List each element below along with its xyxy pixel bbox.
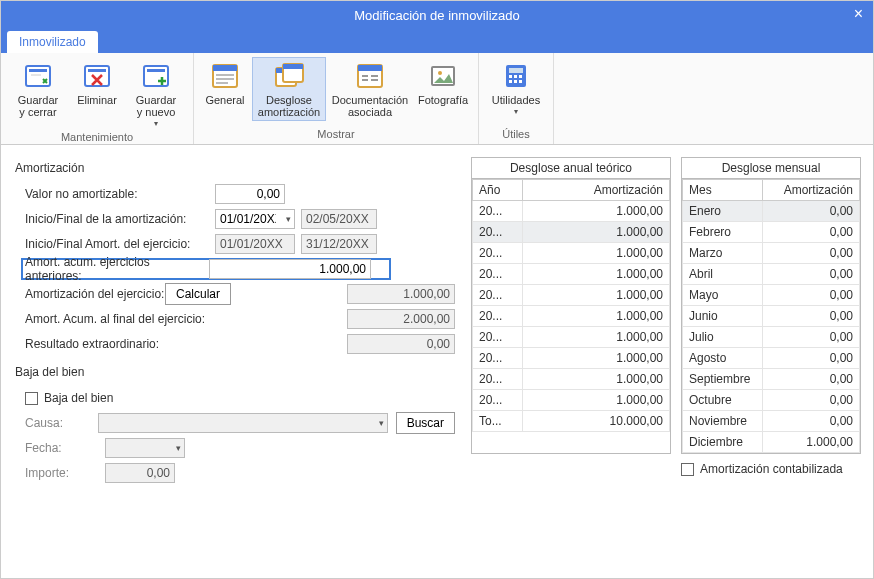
- table-row[interactable]: 20...1.000,00: [473, 201, 670, 222]
- acum-anteriores-input[interactable]: [209, 259, 371, 279]
- doc-icon: [354, 60, 386, 92]
- valor-no-amort-input[interactable]: [215, 184, 285, 204]
- save-close-icon: [22, 60, 54, 92]
- chevron-down-icon: ▾: [154, 119, 158, 128]
- svg-rect-17: [362, 75, 368, 77]
- importe-input: [105, 463, 175, 483]
- col-amort-anual[interactable]: Amortización: [523, 180, 670, 201]
- causa-select[interactable]: [98, 413, 388, 433]
- svg-point-22: [438, 71, 442, 75]
- table-row[interactable]: 20...1.000,00: [473, 243, 670, 264]
- svg-rect-5: [147, 69, 165, 72]
- inicio-amort-input[interactable]: [215, 209, 295, 229]
- svg-rect-29: [514, 80, 517, 83]
- table-row[interactable]: Agosto0,00: [683, 348, 860, 369]
- table-row[interactable]: Mayo0,00: [683, 285, 860, 306]
- calcular-button[interactable]: Calcular: [165, 283, 231, 305]
- delete-icon: [81, 60, 113, 92]
- tabstrip: Inmovilizado: [1, 29, 873, 53]
- fotografia-button[interactable]: Fotografía: [414, 57, 472, 121]
- guardar-cerrar-button[interactable]: Guardary cerrar: [7, 57, 69, 131]
- table-row[interactable]: 20...1.000,00: [473, 285, 670, 306]
- documentacion-button[interactable]: Documentaciónasociada: [328, 57, 412, 121]
- cell-amort: 1.000,00: [523, 243, 670, 264]
- contabilizada-checkbox[interactable]: [681, 463, 694, 476]
- table-row[interactable]: To...10.000,00: [473, 411, 670, 432]
- table-row[interactable]: 20...1.000,00: [473, 390, 670, 411]
- grid-anual-title: Desglose anual teórico: [472, 158, 670, 179]
- table-row[interactable]: Diciembre1.000,00: [683, 432, 860, 453]
- documentacion-label: Documentaciónasociada: [332, 94, 408, 118]
- general-label: General: [205, 94, 244, 106]
- cell-year: To...: [473, 411, 523, 432]
- baja-checkbox[interactable]: [25, 392, 38, 405]
- desglose-label: Desgloseamortización: [258, 94, 320, 118]
- table-row[interactable]: Octubre0,00: [683, 390, 860, 411]
- baja-checkbox-label: Baja del bien: [44, 391, 113, 405]
- col-month[interactable]: Mes: [683, 180, 763, 201]
- table-row[interactable]: 20...1.000,00: [473, 306, 670, 327]
- table-row[interactable]: 20...1.000,00: [473, 327, 670, 348]
- section-baja: Baja del bien: [15, 365, 455, 379]
- eliminar-label: Eliminar: [77, 94, 117, 106]
- col-year[interactable]: Año: [473, 180, 523, 201]
- general-button[interactable]: General: [200, 57, 250, 121]
- table-row[interactable]: 20...1.000,00: [473, 222, 670, 243]
- cell-amort: 0,00: [763, 222, 860, 243]
- cell-amort: 0,00: [763, 285, 860, 306]
- guardar-nuevo-label: Guardary nuevo: [136, 94, 176, 118]
- desglose-button[interactable]: Desgloseamortización: [252, 57, 326, 121]
- desglose-icon: [273, 60, 305, 92]
- table-row[interactable]: 20...1.000,00: [473, 369, 670, 390]
- resultado-label: Resultado extraordinario:: [25, 337, 215, 351]
- cell-month: Marzo: [683, 243, 763, 264]
- table-row[interactable]: Enero0,00: [683, 201, 860, 222]
- table-row[interactable]: 20...1.000,00: [473, 264, 670, 285]
- cell-amort: 0,00: [763, 243, 860, 264]
- table-row[interactable]: Junio0,00: [683, 306, 860, 327]
- cell-amort: 1.000,00: [523, 306, 670, 327]
- svg-rect-10: [216, 82, 228, 84]
- cell-year: 20...: [473, 306, 523, 327]
- cell-month: Enero: [683, 201, 763, 222]
- cell-amort: 0,00: [763, 264, 860, 285]
- eliminar-button[interactable]: Eliminar: [71, 57, 123, 131]
- svg-rect-19: [371, 75, 378, 77]
- table-row[interactable]: Febrero0,00: [683, 222, 860, 243]
- cell-amort: 1.000,00: [523, 201, 670, 222]
- table-row[interactable]: 20...1.000,00: [473, 348, 670, 369]
- table-row[interactable]: Septiembre0,00: [683, 369, 860, 390]
- close-icon[interactable]: ×: [854, 5, 863, 23]
- grid-anual[interactable]: Desglose anual teórico Año Amortización …: [471, 157, 671, 454]
- final-amort-input: [301, 209, 377, 229]
- cell-year: 20...: [473, 327, 523, 348]
- grid-mensual[interactable]: Desglose mensual Mes Amortización Enero0…: [681, 157, 861, 454]
- table-row[interactable]: Abril0,00: [683, 264, 860, 285]
- cell-year: 20...: [473, 369, 523, 390]
- buscar-button[interactable]: Buscar: [396, 412, 455, 434]
- tab-inmovilizado[interactable]: Inmovilizado: [7, 31, 98, 53]
- resultado-input: [347, 334, 455, 354]
- svg-rect-28: [509, 80, 512, 83]
- fecha-input[interactable]: [105, 438, 185, 458]
- table-row[interactable]: Julio0,00: [683, 327, 860, 348]
- cell-month: Octubre: [683, 390, 763, 411]
- amort-ejercicio-input: [347, 284, 455, 304]
- table-row[interactable]: Noviembre0,00: [683, 411, 860, 432]
- cell-amort: 0,00: [763, 327, 860, 348]
- cell-year: 20...: [473, 390, 523, 411]
- svg-rect-3: [88, 69, 106, 72]
- group-label-mantenimiento: Mantenimiento: [61, 131, 133, 145]
- cell-month: Agosto: [683, 348, 763, 369]
- cell-amort: 1.000,00: [523, 348, 670, 369]
- photo-icon: [427, 60, 459, 92]
- svg-rect-25: [509, 75, 512, 78]
- save-new-icon: [140, 60, 172, 92]
- cell-year: 20...: [473, 348, 523, 369]
- guardar-nuevo-button[interactable]: Guardary nuevo ▾: [125, 57, 187, 131]
- titlebar: Modificación de inmovilizado ×: [1, 1, 873, 29]
- table-row[interactable]: Marzo0,00: [683, 243, 860, 264]
- cell-month: Diciembre: [683, 432, 763, 453]
- col-amort-mensual[interactable]: Amortización: [763, 180, 860, 201]
- utilidades-button[interactable]: Utilidades ▾: [485, 57, 547, 119]
